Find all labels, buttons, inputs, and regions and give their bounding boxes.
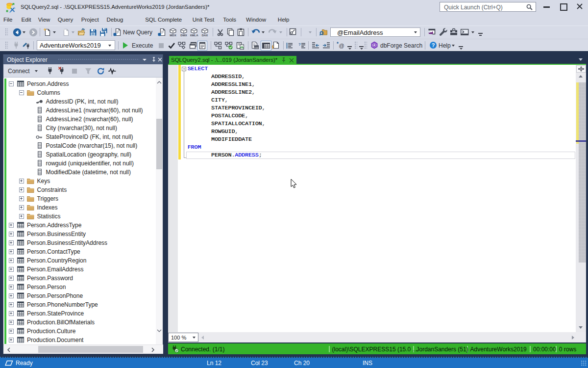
svg-text:?: ?	[298, 42, 301, 47]
svg-text:DMX: DMX	[180, 34, 187, 37]
svg-text:DAX: DAX	[202, 34, 208, 37]
svg-text:?: ?	[432, 42, 435, 48]
svg-text:*: *	[337, 42, 339, 47]
svg-text:@: @	[339, 43, 344, 49]
svg-text:XMLA: XMLA	[190, 34, 198, 37]
svg-text:MDX: MDX	[170, 34, 176, 37]
